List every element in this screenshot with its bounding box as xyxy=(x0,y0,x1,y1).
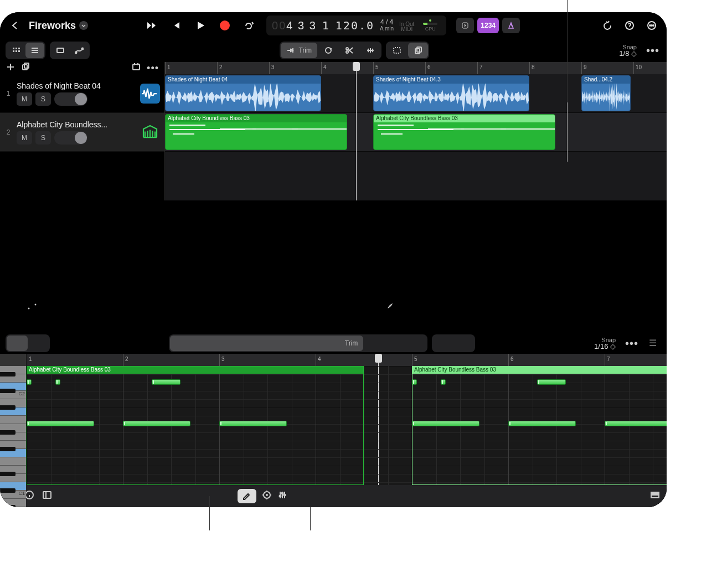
track-header-2[interactable]: 2 Alphabet City Boundless... M S xyxy=(0,113,164,152)
arrange-timeline[interactable]: 12345678910 Shades of Night Beat 04Shade… xyxy=(165,62,667,200)
midi-note[interactable] xyxy=(441,379,446,385)
editor-trim-tool[interactable]: Trim xyxy=(170,336,364,351)
stretch-tool-button[interactable] xyxy=(360,43,380,58)
filter-tracks-button[interactable] xyxy=(131,62,141,74)
trim-tool-button[interactable]: Trim xyxy=(281,43,317,58)
waveform xyxy=(374,84,529,111)
mute-button[interactable]: M xyxy=(17,131,32,145)
mixer-button[interactable] xyxy=(277,490,287,502)
edit-mode-button[interactable] xyxy=(238,489,256,503)
midi-note[interactable] xyxy=(219,421,287,426)
volume-slider[interactable] xyxy=(54,92,87,106)
svg-rect-26 xyxy=(43,492,51,498)
fast-forward-button[interactable] xyxy=(143,17,160,34)
snap-display[interactable]: Snap 1/8 ◇ xyxy=(619,44,637,56)
loop-tool-button[interactable] xyxy=(318,43,338,58)
editor-bottom-bar xyxy=(0,485,667,507)
midi-note[interactable] xyxy=(605,421,667,426)
piano-roll-view-button[interactable] xyxy=(7,336,28,351)
go-to-start-button[interactable] xyxy=(168,17,184,34)
ruler-tick: 10 xyxy=(633,62,642,74)
midi-note[interactable] xyxy=(27,379,32,385)
mute-button[interactable]: M xyxy=(17,92,32,106)
back-button[interactable] xyxy=(7,17,23,34)
volume-slider[interactable] xyxy=(54,131,87,145)
undo-button[interactable] xyxy=(599,17,616,34)
cycle-button[interactable] xyxy=(241,17,257,34)
project-title[interactable]: Fireworks xyxy=(29,20,88,32)
ruler-tick: 2 xyxy=(217,62,223,74)
more-menu-button[interactable] xyxy=(643,17,660,34)
midi-note[interactable] xyxy=(123,421,190,426)
svg-point-3 xyxy=(649,25,651,26)
midi-note[interactable] xyxy=(508,421,576,426)
project-dropdown-icon[interactable] xyxy=(79,21,88,30)
editor-ruler-tick: 2 xyxy=(123,354,128,366)
midi-region[interactable]: Alphabet City Boundless Bass 03 xyxy=(165,114,347,150)
list-view-button[interactable] xyxy=(25,43,44,58)
audio-region[interactable]: Shades of Night Beat 04.3 xyxy=(373,75,529,111)
automation-segment xyxy=(50,42,90,59)
keyboard-button[interactable] xyxy=(650,490,660,502)
pencil-tool-button[interactable] xyxy=(364,336,384,351)
piano-roll-grid[interactable]: 1234567 Alphabet City Boundless Bass 03A… xyxy=(27,354,667,485)
select-tool-group xyxy=(386,42,429,59)
svg-point-31 xyxy=(283,494,285,496)
track-header-1[interactable]: 1 Shades of Night Beat 04 M S xyxy=(0,74,164,113)
playhead[interactable] xyxy=(356,62,357,200)
count-in-button[interactable]: 1234 xyxy=(477,18,499,33)
lcd-key: A min xyxy=(380,25,394,32)
region-view-button[interactable] xyxy=(51,43,70,58)
metronome-button[interactable] xyxy=(502,18,520,33)
audio-region[interactable]: Shades of Night Beat 04 xyxy=(165,75,321,111)
lcd-tempo: 120.0 xyxy=(336,19,374,32)
play-button[interactable] xyxy=(192,17,209,34)
quantize-button[interactable] xyxy=(262,490,272,502)
midi-note[interactable] xyxy=(27,421,94,426)
editor-marquee-button[interactable] xyxy=(433,336,453,351)
automation-view-button[interactable] xyxy=(70,43,89,58)
piano-keyboard[interactable]: C2C1 xyxy=(0,354,27,485)
lcd-display[interactable]: 004 3 3 1 120.0 4 / 4A min In OutMIDI CP… xyxy=(266,16,446,35)
midi-note[interactable] xyxy=(55,379,60,385)
svg-rect-24 xyxy=(457,303,462,308)
grid-view-button[interactable] xyxy=(7,43,25,58)
scissors-tool-button[interactable] xyxy=(339,43,359,58)
editor-more-button[interactable]: ••• xyxy=(623,335,640,352)
bar-ruler[interactable]: 12345678910 xyxy=(165,62,667,74)
midi-note[interactable] xyxy=(152,379,180,385)
instrument-track-icon[interactable] xyxy=(140,122,160,142)
midi-notes-preview xyxy=(374,122,555,149)
midi-note[interactable] xyxy=(412,379,417,385)
audio-track-icon[interactable] xyxy=(140,84,160,104)
score-view-button[interactable] xyxy=(28,336,49,351)
midi-note[interactable] xyxy=(412,421,479,426)
svg-rect-18 xyxy=(8,304,14,308)
editor-snap-value: 1/16 xyxy=(594,342,608,350)
editor-menu-button[interactable]: ☰ xyxy=(644,335,661,352)
help-button[interactable] xyxy=(621,17,638,34)
marquee-tool-button[interactable] xyxy=(387,43,407,58)
track-header-more-button[interactable]: ••• xyxy=(147,66,159,70)
solo-button[interactable]: S xyxy=(35,92,51,106)
editor-snap-display[interactable]: Snap 1/16 ◇ xyxy=(594,337,616,349)
track-lane-1[interactable]: Shades of Night Beat 04Shades of Night B… xyxy=(165,74,667,113)
audio-region[interactable]: Shad...04.2 xyxy=(581,75,631,111)
editor-ruler[interactable]: 1234567 xyxy=(27,354,667,366)
midi-region[interactable]: Alphabet City Boundless Bass 03 xyxy=(373,114,555,150)
velocity-tool-button[interactable] xyxy=(406,336,426,351)
tuner-button[interactable] xyxy=(456,18,474,33)
svg-rect-6 xyxy=(57,48,64,53)
copy-tool-button[interactable] xyxy=(408,43,428,58)
solo-button[interactable]: S xyxy=(35,131,51,145)
record-button[interactable] xyxy=(216,17,233,34)
tracks-more-button[interactable]: ••• xyxy=(644,42,661,59)
track-lane-2[interactable]: Alphabet City Boundless Bass 03Alphabet … xyxy=(165,113,667,152)
editor-copy-button[interactable] xyxy=(454,336,474,351)
brush-tool-button[interactable] xyxy=(385,336,405,351)
midi-note[interactable] xyxy=(537,379,566,385)
split-view-button[interactable] xyxy=(42,490,52,502)
lcd-cpu-label: CPU xyxy=(425,26,436,32)
duplicate-track-button[interactable] xyxy=(21,62,31,74)
add-track-button[interactable] xyxy=(6,62,16,74)
